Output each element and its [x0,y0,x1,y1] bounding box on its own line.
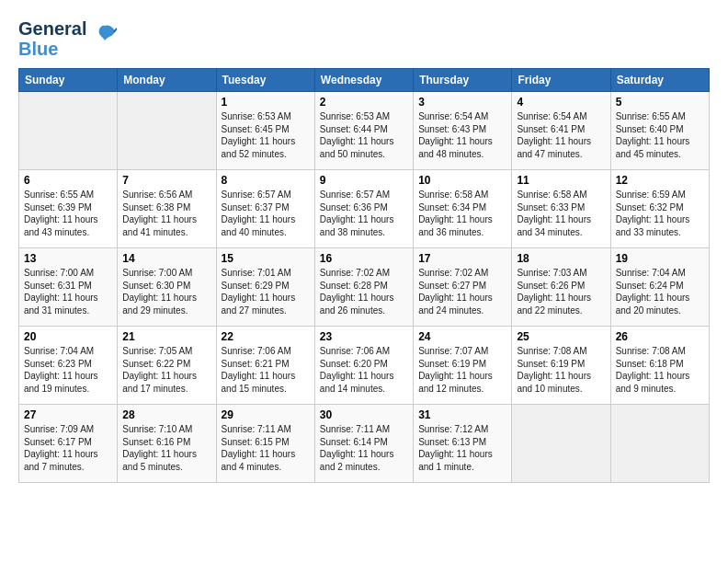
calendar-cell: 5Sunrise: 6:55 AMSunset: 6:40 PMDaylight… [610,92,709,170]
day-number: 30 [320,408,408,421]
calendar-cell: 16Sunrise: 7:02 AMSunset: 6:28 PMDayligh… [314,248,413,327]
calendar-cell: 26Sunrise: 7:08 AMSunset: 6:18 PMDayligh… [610,327,709,405]
day-header-friday: Friday [512,69,610,92]
calendar-cell [610,405,709,483]
day-header-tuesday: Tuesday [216,69,314,92]
day-number: 1 [222,96,310,109]
day-number: 26 [616,330,704,343]
cell-info: Sunrise: 7:10 AMSunset: 6:16 PMDaylight:… [122,423,210,473]
calendar-table: SundayMondayTuesdayWednesdayThursdayFrid… [18,68,710,483]
day-number: 25 [517,330,605,343]
cell-info: Sunrise: 7:02 AMSunset: 6:28 PMDaylight:… [320,267,408,316]
calendar-header-row: SundayMondayTuesdayWednesdayThursdayFrid… [19,69,710,92]
calendar-cell: 18Sunrise: 7:03 AMSunset: 6:26 PMDayligh… [512,248,610,327]
day-number: 6 [24,174,112,187]
day-number: 12 [616,174,704,187]
calendar-cell [118,92,216,170]
day-number: 19 [616,252,704,265]
day-header-monday: Monday [118,69,216,92]
calendar-cell: 4Sunrise: 6:54 AMSunset: 6:41 PMDaylight… [512,92,610,170]
logo: General Blue [18,18,118,59]
calendar-cell: 15Sunrise: 7:01 AMSunset: 6:29 PMDayligh… [216,248,314,327]
calendar-cell: 17Sunrise: 7:02 AMSunset: 6:27 PMDayligh… [414,248,512,327]
calendar-cell: 12Sunrise: 6:59 AMSunset: 6:32 PMDayligh… [610,170,709,248]
cell-info: Sunrise: 6:58 AMSunset: 6:34 PMDaylight:… [418,189,506,238]
cell-info: Sunrise: 7:08 AMSunset: 6:19 PMDaylight:… [517,345,605,395]
cell-info: Sunrise: 7:11 AMSunset: 6:15 PMDaylight:… [222,423,310,473]
calendar-cell: 21Sunrise: 7:05 AMSunset: 6:22 PMDayligh… [118,327,216,405]
cell-info: Sunrise: 6:57 AMSunset: 6:36 PMDaylight:… [320,189,408,238]
calendar-week-5: 27Sunrise: 7:09 AMSunset: 6:17 PMDayligh… [19,405,710,483]
cell-info: Sunrise: 7:04 AMSunset: 6:23 PMDaylight:… [24,345,112,395]
day-number: 15 [222,252,310,265]
day-number: 10 [418,174,506,187]
cell-info: Sunrise: 7:11 AMSunset: 6:14 PMDaylight:… [320,423,408,473]
day-number: 9 [320,174,408,187]
cell-info: Sunrise: 7:01 AMSunset: 6:29 PMDaylight:… [222,267,310,316]
day-number: 20 [24,330,112,343]
day-number: 5 [616,96,704,109]
logo-bird-icon [92,22,118,52]
cell-info: Sunrise: 7:02 AMSunset: 6:27 PMDaylight:… [418,267,506,316]
calendar-cell: 6Sunrise: 6:55 AMSunset: 6:39 PMDaylight… [19,170,118,248]
day-number: 4 [517,96,605,109]
calendar-week-1: 1Sunrise: 6:53 AMSunset: 6:45 PMDaylight… [19,92,710,170]
calendar-cell: 9Sunrise: 6:57 AMSunset: 6:36 PMDaylight… [314,170,413,248]
cell-info: Sunrise: 6:53 AMSunset: 6:44 PMDaylight:… [320,110,408,160]
calendar-cell: 13Sunrise: 7:00 AMSunset: 6:31 PMDayligh… [19,248,118,327]
calendar-cell: 2Sunrise: 6:53 AMSunset: 6:44 PMDaylight… [314,92,413,170]
cell-info: Sunrise: 6:55 AMSunset: 6:39 PMDaylight:… [24,189,112,238]
calendar-cell: 29Sunrise: 7:11 AMSunset: 6:15 PMDayligh… [216,405,314,483]
day-number: 23 [320,330,408,343]
cell-info: Sunrise: 7:00 AMSunset: 6:30 PMDaylight:… [122,267,210,316]
day-number: 2 [320,96,408,109]
day-number: 29 [222,408,310,421]
day-number: 24 [418,330,506,343]
day-number: 31 [418,408,506,421]
calendar-cell: 8Sunrise: 6:57 AMSunset: 6:37 PMDaylight… [216,170,314,248]
day-number: 22 [222,330,310,343]
cell-info: Sunrise: 6:56 AMSunset: 6:38 PMDaylight:… [122,189,210,238]
logo-blue: Blue [18,39,86,59]
calendar-cell: 1Sunrise: 6:53 AMSunset: 6:45 PMDaylight… [216,92,314,170]
cell-info: Sunrise: 6:55 AMSunset: 6:40 PMDaylight:… [616,110,704,160]
calendar-cell: 24Sunrise: 7:07 AMSunset: 6:19 PMDayligh… [414,327,512,405]
calendar-cell: 30Sunrise: 7:11 AMSunset: 6:14 PMDayligh… [314,405,413,483]
cell-info: Sunrise: 6:59 AMSunset: 6:32 PMDaylight:… [616,189,704,238]
day-number: 3 [418,96,506,109]
day-number: 13 [24,252,112,265]
cell-info: Sunrise: 7:06 AMSunset: 6:20 PMDaylight:… [320,345,408,395]
day-header-thursday: Thursday [414,69,512,92]
calendar-cell [512,405,610,483]
cell-info: Sunrise: 6:53 AMSunset: 6:45 PMDaylight:… [222,110,310,160]
day-number: 14 [122,252,210,265]
calendar-cell: 14Sunrise: 7:00 AMSunset: 6:30 PMDayligh… [118,248,216,327]
cell-info: Sunrise: 7:00 AMSunset: 6:31 PMDaylight:… [24,267,112,316]
calendar-cell: 20Sunrise: 7:04 AMSunset: 6:23 PMDayligh… [19,327,118,405]
cell-info: Sunrise: 6:57 AMSunset: 6:37 PMDaylight:… [222,189,310,238]
cell-info: Sunrise: 7:07 AMSunset: 6:19 PMDaylight:… [418,345,506,395]
calendar-body: 1Sunrise: 6:53 AMSunset: 6:45 PMDaylight… [19,92,710,483]
day-number: 18 [517,252,605,265]
cell-info: Sunrise: 7:12 AMSunset: 6:13 PMDaylight:… [418,423,506,473]
cell-info: Sunrise: 7:04 AMSunset: 6:24 PMDaylight:… [616,267,704,316]
day-number: 7 [122,174,210,187]
page-header: General Blue [18,18,710,59]
calendar-cell: 23Sunrise: 7:06 AMSunset: 6:20 PMDayligh… [314,327,413,405]
calendar-cell: 3Sunrise: 6:54 AMSunset: 6:43 PMDaylight… [414,92,512,170]
day-number: 17 [418,252,506,265]
calendar-cell [19,92,118,170]
cell-info: Sunrise: 7:06 AMSunset: 6:21 PMDaylight:… [222,345,310,395]
calendar-cell: 11Sunrise: 6:58 AMSunset: 6:33 PMDayligh… [512,170,610,248]
calendar-cell: 19Sunrise: 7:04 AMSunset: 6:24 PMDayligh… [610,248,709,327]
cell-info: Sunrise: 7:08 AMSunset: 6:18 PMDaylight:… [616,345,704,395]
cell-info: Sunrise: 7:03 AMSunset: 6:26 PMDaylight:… [517,267,605,316]
calendar-week-4: 20Sunrise: 7:04 AMSunset: 6:23 PMDayligh… [19,327,710,405]
calendar-cell: 22Sunrise: 7:06 AMSunset: 6:21 PMDayligh… [216,327,314,405]
cell-info: Sunrise: 6:54 AMSunset: 6:41 PMDaylight:… [517,110,605,160]
cell-info: Sunrise: 7:09 AMSunset: 6:17 PMDaylight:… [24,423,112,473]
calendar-cell: 31Sunrise: 7:12 AMSunset: 6:13 PMDayligh… [414,405,512,483]
day-number: 28 [122,408,210,421]
calendar-cell: 27Sunrise: 7:09 AMSunset: 6:17 PMDayligh… [19,405,118,483]
day-header-sunday: Sunday [19,69,118,92]
